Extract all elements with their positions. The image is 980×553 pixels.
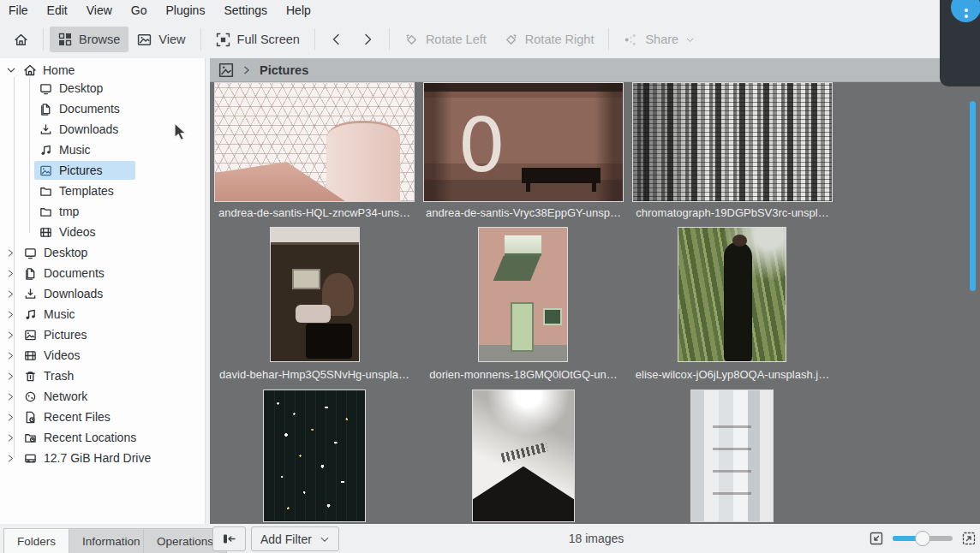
- chevron-right-icon[interactable]: [6, 248, 15, 258]
- chevron-right-icon[interactable]: [6, 351, 15, 360]
- browse-label: Browse: [79, 33, 120, 46]
- sidebar-item-hard-drive[interactable]: 12.7 GiB Hard Drive: [0, 449, 205, 467]
- thumbnail-cornfield[interactable]: [678, 227, 786, 362]
- menu-plugins[interactable]: Plugins: [165, 3, 205, 17]
- sidebar-item-pictures[interactable]: Pictures: [0, 161, 205, 180]
- image-icon[interactable]: [218, 62, 234, 78]
- sidebar-item-music-places[interactable]: Music: [0, 305, 205, 324]
- vertical-scrollbar[interactable]: [970, 101, 976, 291]
- browse-button[interactable]: Browse: [50, 27, 128, 52]
- toolbar-separator: [43, 28, 44, 51]
- folder-icon: [39, 185, 52, 198]
- thumbnail-zero-room[interactable]: 0: [423, 82, 624, 202]
- chevron-right-icon[interactable]: [6, 289, 15, 299]
- thumbnail-computer-person[interactable]: [270, 227, 360, 362]
- view-button[interactable]: View: [128, 27, 194, 53]
- pictures-icon: [39, 164, 52, 177]
- photo-detail: [522, 168, 601, 183]
- recent-files-icon: [24, 411, 37, 424]
- rotate-right-icon: [504, 33, 518, 47]
- chevron-right-icon[interactable]: [6, 372, 15, 381]
- chevron-down-icon: [685, 35, 695, 45]
- photo-detail: [493, 256, 541, 282]
- thumbnail-filename[interactable]: chromatograph-19DGPbSV3rc-unspl…: [632, 206, 833, 219]
- download-icon: [24, 288, 37, 300]
- thumbnail-highrise[interactable]: [632, 82, 833, 202]
- breadcrumb-location[interactable]: Pictures: [260, 63, 308, 77]
- rotate-right-button[interactable]: Rotate Right: [495, 27, 603, 53]
- thumbnail-filename[interactable]: andrea-de-santis-HQL-zncwP34-uns…: [214, 206, 415, 219]
- tab-information[interactable]: Information: [69, 528, 154, 553]
- sidebar-item-videos-places[interactable]: Videos: [0, 346, 205, 365]
- home-button[interactable]: [5, 27, 37, 53]
- collapse-sidebar-button[interactable]: [212, 526, 246, 551]
- menu-file[interactable]: File: [9, 3, 28, 17]
- chevron-right-icon: [361, 33, 374, 46]
- sidebar-item-trash[interactable]: Trash: [0, 366, 205, 385]
- chevron-right-icon[interactable]: [6, 310, 15, 319]
- sidebar-item-label: Videos: [44, 348, 81, 362]
- full-screen-button[interactable]: Full Screen: [207, 27, 308, 53]
- sidebar-item-documents[interactable]: Documents: [0, 99, 205, 118]
- sidebar-item-label: Videos: [59, 225, 96, 239]
- menu-edit[interactable]: Edit: [47, 3, 68, 17]
- photo-detail: [543, 308, 562, 325]
- menu-view[interactable]: View: [87, 3, 112, 17]
- thumbnail-filename[interactable]: david-behar-Hmp3Q5SNvHg-unspla…: [214, 368, 415, 381]
- add-filter-dropdown[interactable]: Add Filter: [251, 526, 339, 551]
- zoom-full-icon[interactable]: [962, 532, 976, 545]
- thumbnail-baroque-interior[interactable]: [690, 389, 774, 522]
- gwenview-window: File Edit View Go Plugins Settings Help …: [0, 0, 980, 553]
- sidebar-item-home[interactable]: Home: [0, 61, 205, 80]
- rotate-left-button[interactable]: Rotate Left: [396, 27, 495, 53]
- chevron-down-icon[interactable]: [6, 65, 16, 75]
- back-button[interactable]: [321, 27, 352, 52]
- thumbnail-night-city[interactable]: [263, 389, 366, 522]
- thumbnail-filename[interactable]: andrea-de-santis-Vryc38EppGY-unsp…: [423, 206, 624, 219]
- chevron-right-icon[interactable]: [6, 413, 15, 422]
- sidebar-item-pictures-places[interactable]: Pictures: [0, 325, 205, 344]
- photo-detail: [501, 443, 548, 463]
- chevron-right-icon[interactable]: [6, 392, 15, 401]
- sidebar-item-label: Templates: [59, 184, 114, 198]
- sidebar-item-downloads-places[interactable]: Downloads: [0, 284, 205, 303]
- sidebar-item-documents-places[interactable]: Documents: [0, 264, 205, 282]
- sidebar-item-templates[interactable]: Templates: [0, 181, 205, 200]
- tab-folders[interactable]: Folders: [3, 528, 69, 553]
- fullscreen-icon: [216, 33, 230, 47]
- thumbnail-filename[interactable]: dorien-monnens-18GMQ0lOtGQ-un…: [423, 368, 624, 381]
- sidebar-item-label: Desktop: [44, 246, 87, 259]
- breadcrumb: Pictures: [210, 58, 980, 82]
- menu-go[interactable]: Go: [131, 3, 147, 17]
- sidebar-item-videos[interactable]: Videos: [0, 223, 205, 241]
- chevron-right-icon[interactable]: [6, 330, 15, 340]
- sidebar-item-desktop[interactable]: Desktop: [0, 79, 205, 98]
- sidebar-item-desktop-places[interactable]: Desktop: [0, 243, 205, 262]
- sidebar-item-recent-files[interactable]: Recent Files: [0, 407, 205, 426]
- slider-knob[interactable]: [915, 531, 930, 546]
- sidebar-item-recent-locations[interactable]: Recent Locations: [0, 428, 205, 447]
- chevron-right-icon[interactable]: [6, 269, 15, 278]
- share-button[interactable]: Share: [615, 27, 703, 53]
- chevron-right-icon[interactable]: [6, 433, 15, 443]
- menu-help[interactable]: Help: [286, 3, 311, 17]
- thumbnail-ceiling-corner[interactable]: [472, 389, 575, 522]
- sidebar-item-network[interactable]: Network: [0, 387, 205, 406]
- chevron-right-icon[interactable]: [6, 454, 15, 463]
- sidebar-item-label: Pictures: [44, 328, 87, 342]
- sidebar-item-tmp[interactable]: tmp: [0, 202, 205, 221]
- forward-button[interactable]: [352, 27, 383, 52]
- rotate-left-icon: [404, 33, 419, 47]
- thumbnail-museum-roof[interactable]: [214, 82, 415, 202]
- home-icon: [14, 33, 28, 47]
- sidebar-item-label: Downloads: [59, 122, 118, 136]
- thumbnail-green-door[interactable]: [478, 227, 568, 362]
- thumbnail-size-slider[interactable]: [893, 531, 953, 546]
- photo-detail: [724, 242, 753, 361]
- rotate-right-label: Rotate Right: [525, 33, 595, 46]
- thumbnail-filename[interactable]: elise-wilcox-jO6jLyp8OQA-unsplash.j…: [632, 368, 833, 381]
- sidebar-item-music[interactable]: Music: [0, 140, 205, 159]
- zoom-fit-icon[interactable]: [869, 532, 883, 545]
- menu-settings[interactable]: Settings: [224, 3, 267, 17]
- image-count: 18 images: [531, 524, 661, 553]
